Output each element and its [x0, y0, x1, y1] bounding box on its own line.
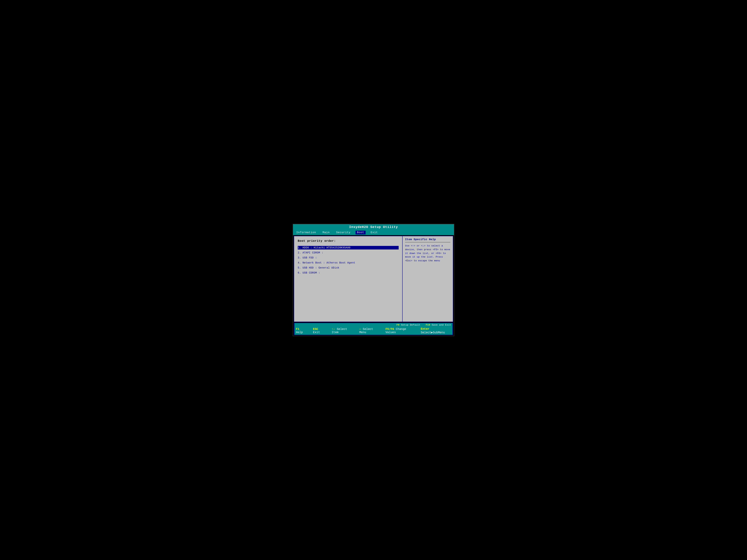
status-top-item: F9 Setup Default [396, 324, 420, 326]
boot-item[interactable]: 2. ATAPI CDROM : [298, 251, 398, 255]
boot-item[interactable]: 4. Network Boot : Atheros Boot Agent [298, 261, 398, 265]
status-bar: F9 Setup DefaultF10 Save and Exit F1 Hel… [294, 323, 453, 335]
help-title: Item Specific Help [405, 238, 450, 242]
help-text: Use <↑> or <↓> to select a device, then … [405, 244, 450, 263]
status-bottom-item: F1 Help [296, 327, 307, 334]
menu-item-main[interactable]: Main [321, 231, 331, 234]
status-row-bottom: F1 Help ESC Exit ↑↓ Select Item ↔ Select… [294, 327, 453, 335]
status-bottom-item: ↑↓ Select Item [332, 327, 353, 334]
menu-item-security[interactable]: Security [335, 231, 352, 234]
menu-bar[interactable]: InformationMainSecurityBootExit [293, 230, 454, 235]
menu-item-information[interactable]: Information [295, 231, 317, 234]
title-bar: InsydeH2O Setup Utility [293, 224, 454, 230]
boot-item[interactable]: 3. USB FDD : [298, 256, 398, 260]
status-bottom-item: Enter Select▶SubMenu [421, 327, 451, 334]
bios-screen: InsydeH2O Setup Utility InformationMainS… [293, 224, 454, 336]
status-row-top: F9 Setup DefaultF10 Save and Exit [294, 323, 453, 327]
title-text: InsydeH2O Setup Utility [349, 225, 398, 229]
status-bottom-item: ↔ Select Menu [359, 327, 379, 334]
boot-list: 1. HDD0 : Hitachi HTS542520K9SA002. ATAP… [298, 246, 398, 275]
boot-item[interactable]: 1. HDD0 : Hitachi HTS542520K9SA00 [298, 246, 398, 249]
boot-item[interactable]: 5. USB HDD : General UDisk [298, 266, 398, 270]
status-top-item: F10 Save and Exit [426, 324, 451, 326]
main-area: Boot priority order: 1. HDD0 : Hitachi H… [294, 236, 453, 322]
status-bottom-item: F5/F6 Change Values [386, 327, 414, 334]
right-panel: Item Specific Help Use <↑> or <↓> to sel… [403, 236, 453, 322]
boot-item[interactable]: 6. USB CDROM : [298, 271, 398, 275]
left-panel: Boot priority order: 1. HDD0 : Hitachi H… [294, 236, 403, 322]
menu-item-exit[interactable]: Exit [369, 231, 379, 234]
menu-item-boot[interactable]: Boot [356, 231, 366, 234]
status-bottom-item: ESC Exit [313, 327, 325, 334]
section-title: Boot priority order: [298, 239, 398, 243]
